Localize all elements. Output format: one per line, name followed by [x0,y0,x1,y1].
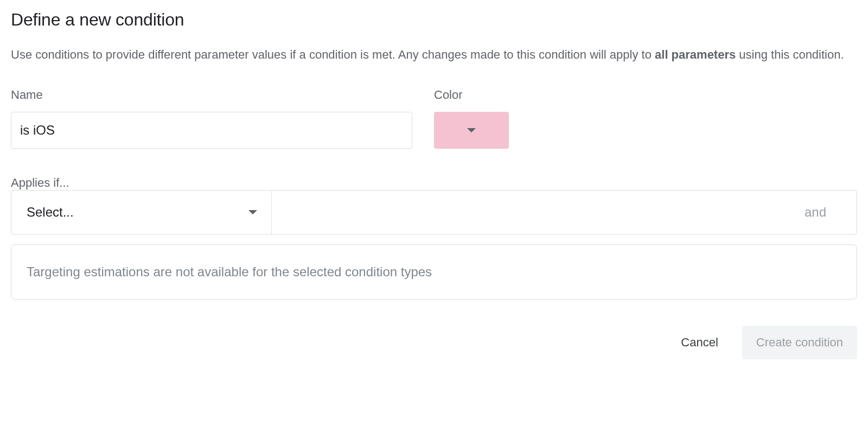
description-prefix: Use conditions to provide different para… [11,48,655,61]
name-color-row: Name Color [11,88,857,149]
applies-row: Select... and [11,190,857,235]
description-suffix: using this condition. [736,48,844,61]
applies-container: Applies if... Select... and [11,176,857,235]
name-field-group: Name [11,88,412,149]
chevron-down-icon [467,128,476,132]
button-row: Cancel Create condition [11,326,857,359]
color-field-group: Color [434,88,509,149]
create-condition-button[interactable]: Create condition [742,326,857,359]
info-box: Targeting estimations are not available … [11,244,857,300]
name-label: Name [11,88,412,102]
color-label: Color [434,88,509,102]
page-title: Define a new condition [11,10,857,30]
applies-label: Applies if... [11,176,69,189]
chevron-down-icon [248,210,257,214]
description-text: Use conditions to provide different para… [11,45,857,64]
name-input[interactable] [11,112,412,149]
description-bold: all parameters [655,48,736,61]
color-selector[interactable] [434,112,509,149]
select-placeholder: Select... [27,205,74,220]
and-label[interactable]: and [805,205,857,220]
condition-select[interactable]: Select... [11,191,272,234]
cancel-button[interactable]: Cancel [670,328,729,357]
info-message: Targeting estimations are not available … [27,264,432,279]
